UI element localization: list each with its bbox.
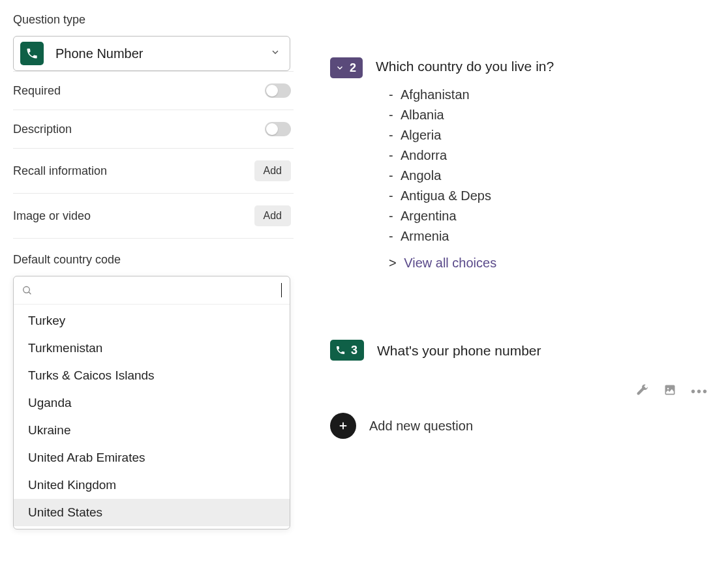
svg-line-1 [29,292,31,294]
country-option[interactable]: Turkmenistan [14,335,290,362]
chevron-down-icon [270,47,281,61]
question-2-choices: -Afghanistan-Albania-Algeria-Andorra-Ang… [389,85,715,246]
chevron-down-icon [335,63,344,72]
choice-item: -Armenia [389,226,715,246]
choice-item: -Andorra [389,145,715,166]
country-option[interactable]: Ukraine [14,417,290,444]
required-row: Required [13,71,294,110]
country-search-input[interactable] [37,284,275,297]
text-cursor [281,283,282,297]
media-row: Image or video Add [13,193,294,238]
question-2-badge[interactable]: 2 [330,57,363,78]
svg-point-0 [23,287,30,293]
choice-item: -Afghanistan [389,85,715,105]
country-option[interactable]: United States [14,499,290,526]
choice-item: -Algeria [389,125,715,145]
country-option[interactable]: United Arab Emirates [14,444,290,471]
choice-item: -Angola [389,166,715,186]
recall-add-button[interactable]: Add [254,160,291,181]
question-3-title: What's your phone number [377,342,541,359]
question-action-icons: ••• [636,383,708,400]
chevron-right-icon: > [389,256,397,270]
add-question-label: Add new question [369,419,473,434]
wrench-icon[interactable] [636,383,649,400]
description-label: Description [13,123,72,136]
required-toggle[interactable] [265,83,291,98]
question-2-block: 2 Which country do you live in? [330,57,715,78]
add-question-row: Add new question [330,413,715,439]
description-toggle[interactable] [265,122,291,136]
choice-item: -Argentina [389,206,715,226]
question-type-label: Question type [13,13,297,27]
settings-panel: Question type Phone Number Required Desc… [0,0,303,566]
question-type-value-wrap: Phone Number [20,42,144,65]
country-dropdown: TurkeyTurkmenistanTurks & Caicos Islands… [13,276,290,529]
canvas-panel: 2 Which country do you live in? -Afghani… [330,57,715,439]
country-code-section: Default country code TurkeyTurkmenistanT… [13,238,294,529]
required-label: Required [13,84,61,98]
country-option-list: TurkeyTurkmenistanTurks & Caicos Islands… [14,305,290,529]
media-add-button[interactable]: Add [254,205,291,226]
phone-icon [335,345,346,355]
choice-item: -Antigua & Deps [389,186,715,206]
recall-row: Recall information Add [13,148,294,193]
question-3-number: 3 [351,344,357,357]
view-all-choices-link[interactable]: View all choices [404,256,496,270]
description-row: Description [13,110,294,148]
question-type-select[interactable]: Phone Number [13,36,290,71]
country-option[interactable]: United Kingdom [14,471,290,499]
image-icon[interactable] [663,383,676,400]
view-all-row: > View all choices [389,252,715,275]
question-3-badge[interactable]: 3 [330,340,364,361]
question-type-value: Phone Number [55,46,144,61]
question-3-block: 3 What's your phone number [330,340,715,361]
question-2-number: 2 [350,61,356,75]
more-icon[interactable]: ••• [691,384,708,399]
country-option[interactable]: Turks & Caicos Islands [14,362,290,389]
country-option[interactable]: Uganda [14,389,290,417]
country-code-label: Default country code [13,253,294,267]
country-search-row [14,276,290,305]
question-2-title: Which country do you live in? [376,57,554,78]
phone-icon [20,42,44,65]
country-option[interactable]: Turkey [14,307,290,335]
search-icon [22,284,32,296]
choice-item: -Albania [389,105,715,125]
recall-label: Recall information [13,164,107,178]
media-label: Image or video [13,209,91,223]
plus-icon [337,420,349,432]
add-question-button[interactable] [330,413,356,439]
